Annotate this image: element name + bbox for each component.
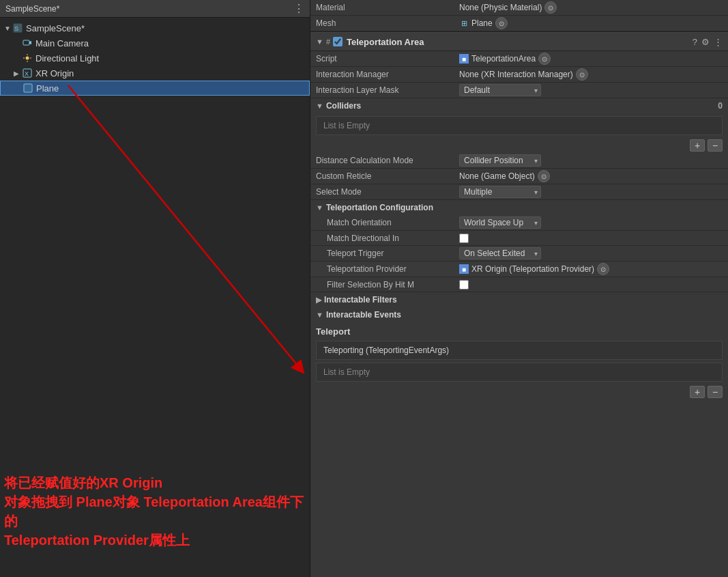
select-mode-value-container: Multiple	[459, 186, 723, 198]
teleportation-provider-pick-btn[interactable]: ⊙	[597, 263, 609, 275]
component-hash-icon: #	[326, 38, 330, 46]
interaction-manager-value: None (XR Interaction Manager)	[459, 70, 573, 79]
script-pick-btn[interactable]: ⊙	[538, 53, 551, 65]
teleportation-provider-value: XR Origin (Teleportation Provider)	[471, 264, 594, 274]
script-value-container: ■ TeleportationArea ⊙	[459, 53, 723, 65]
match-directional-label: Match Directional In	[316, 234, 459, 243]
teleportation-config-label: Teleportation Configuration	[326, 203, 433, 212]
hierarchy-title: SampleScene*	[5, 4, 59, 14]
match-directional-row: Match Directional In	[310, 231, 728, 246]
material-mesh-section: Material None (Physic Material) ⊙ Mesh ⊞…	[310, 0, 728, 32]
light-icon	[22, 53, 33, 64]
interaction-layer-mask-dropdown-text: Default	[464, 85, 490, 95]
distance-calc-dropdown-text: Collider Position	[464, 156, 523, 165]
mesh-label: Mesh	[316, 18, 459, 28]
interaction-manager-row: Interaction Manager None (XR Interaction…	[310, 67, 728, 83]
hierarchy-menu-icon[interactable]: ⋮	[293, 2, 304, 15]
match-orientation-label: Match Orientation	[316, 218, 459, 227]
settings-icon[interactable]: ⚙	[701, 37, 710, 47]
material-value-container: None (Physic Material) ⊙	[459, 1, 723, 14]
xr-origin-arrow: ▶	[14, 70, 22, 77]
material-row: Material None (Physic Material) ⊙	[310, 0, 728, 16]
distance-calc-dropdown[interactable]: Collider Position	[459, 154, 541, 167]
mesh-value: Plane	[471, 18, 493, 28]
interaction-manager-label: Interaction Manager	[316, 70, 459, 79]
teleporting-event-box: Teleporting (TeleportingEventArgs)	[316, 341, 723, 360]
mesh-value-container: ⊞ Plane ⊙	[459, 17, 723, 29]
scene-icon: S	[12, 23, 23, 33]
custom-reticle-pick-btn[interactable]: ⊙	[538, 170, 550, 182]
teleport-trigger-label: Teleport Trigger	[316, 249, 459, 258]
mesh-row: Mesh ⊞ Plane ⊙	[310, 16, 728, 31]
match-directional-value-container	[459, 234, 723, 243]
custom-reticle-value-container: None (Game Object) ⊙	[459, 170, 723, 182]
component-collapse-arrow[interactable]: ▼	[316, 38, 323, 46]
colliders-add-remove: + −	[310, 138, 728, 153]
events-add-remove: + −	[310, 384, 728, 399]
match-orientation-dropdown-text: World Space Up	[464, 218, 523, 227]
material-pick-btn[interactable]: ⊙	[544, 1, 557, 14]
distance-calc-value-container: Collider Position	[459, 154, 723, 167]
mesh-pick-btn[interactable]: ⊙	[495, 17, 508, 29]
scene-tree: ▼ S SampleScene* Main Camera	[0, 18, 310, 98]
events-remove-btn[interactable]: −	[708, 386, 723, 398]
svg-text:X: X	[25, 70, 29, 77]
teleport-trigger-dropdown[interactable]: On Select Exited	[459, 247, 541, 259]
component-enabled-checkbox[interactable]	[333, 37, 343, 46]
interactable-events-arrow[interactable]: ▼	[316, 311, 323, 319]
colliders-arrow[interactable]: ▼	[316, 102, 323, 110]
custom-reticle-row: Custom Reticle None (Game Object) ⊙	[310, 169, 728, 184]
teleport-trigger-value-container: On Select Exited	[459, 247, 723, 259]
more-icon[interactable]: ⋮	[714, 37, 723, 47]
script-label: Script	[316, 54, 459, 64]
teleport-sublabel: Teleport	[310, 322, 728, 338]
match-directional-checkbox[interactable]	[459, 234, 469, 243]
select-mode-dropdown[interactable]: Multiple	[459, 186, 541, 198]
colliders-add-btn[interactable]: +	[690, 139, 705, 152]
help-icon[interactable]: ?	[693, 37, 697, 47]
filter-selection-checkbox[interactable]	[459, 280, 469, 290]
directional-light-label: Directional Light	[35, 53, 99, 64]
tree-item-main-camera[interactable]: Main Camera	[0, 36, 310, 51]
events-add-btn[interactable]: +	[690, 386, 705, 398]
hierarchy-header: SampleScene* ⋮	[0, 0, 310, 18]
interaction-layer-mask-label: Interaction Layer Mask	[316, 85, 459, 95]
script-value: TeleportationArea	[471, 54, 536, 64]
interactable-events-label: Interactable Events	[326, 310, 401, 320]
tree-item-plane[interactable]: Plane	[0, 81, 310, 96]
teleportation-provider-value-container: ■ XR Origin (Teleportation Provider) ⊙	[459, 263, 723, 275]
interaction-manager-pick-btn[interactable]: ⊙	[576, 68, 588, 81]
tree-item-xr-origin[interactable]: ▶ X XR Origin	[0, 66, 310, 81]
teleportation-config-section: ▼ Teleportation Configuration	[310, 200, 728, 215]
match-orientation-value-container: World Space Up	[459, 216, 723, 229]
teleport-trigger-row: Teleport Trigger On Select Exited	[310, 246, 728, 262]
main-camera-label: Main Camera	[35, 38, 89, 48]
match-orientation-dropdown[interactable]: World Space Up	[459, 216, 541, 229]
interactable-filters-arrow[interactable]: ▶	[316, 296, 321, 305]
interaction-layer-mask-dropdown[interactable]: Default	[459, 84, 541, 96]
arrow-icon: ▼	[4, 25, 12, 32]
chinese-annotation: 将已经赋值好的XR Origin 对象拖拽到 Plane对象 Teleporta…	[4, 473, 310, 550]
interactable-filters-section: ▶ Interactable Filters	[310, 292, 728, 307]
svg-text:S: S	[14, 25, 18, 32]
material-label: Material	[316, 3, 459, 12]
colliders-count: 0	[718, 101, 723, 111]
select-mode-row: Select Mode Multiple	[310, 184, 728, 200]
colliders-list-empty: List is Empty	[316, 116, 723, 135]
xr-origin-label: XR Origin	[35, 68, 74, 79]
interaction-layer-mask-value-container: Default	[459, 84, 723, 96]
colliders-remove-btn[interactable]: −	[708, 139, 723, 152]
teleportation-config-arrow[interactable]: ▼	[316, 203, 323, 212]
mesh-grid-icon: ⊞	[459, 18, 469, 28]
scene-label: SampleScene*	[26, 23, 85, 33]
tree-item-directional-light[interactable]: Directional Light	[0, 51, 310, 66]
component-icon-row: ? ⚙ ⋮	[693, 37, 723, 47]
filter-selection-label: Filter Selection By Hit M	[316, 280, 459, 290]
interaction-manager-value-container: None (XR Interaction Manager) ⊙	[459, 68, 723, 81]
interactable-filters-label: Interactable Filters	[324, 295, 397, 305]
svg-rect-12	[25, 85, 31, 92]
script-ref-icon: ■	[459, 54, 469, 64]
custom-reticle-value: None (Game Object)	[459, 171, 535, 181]
select-mode-dropdown-text: Multiple	[464, 187, 492, 197]
tree-item-sample-scene[interactable]: ▼ S SampleScene*	[0, 20, 310, 36]
